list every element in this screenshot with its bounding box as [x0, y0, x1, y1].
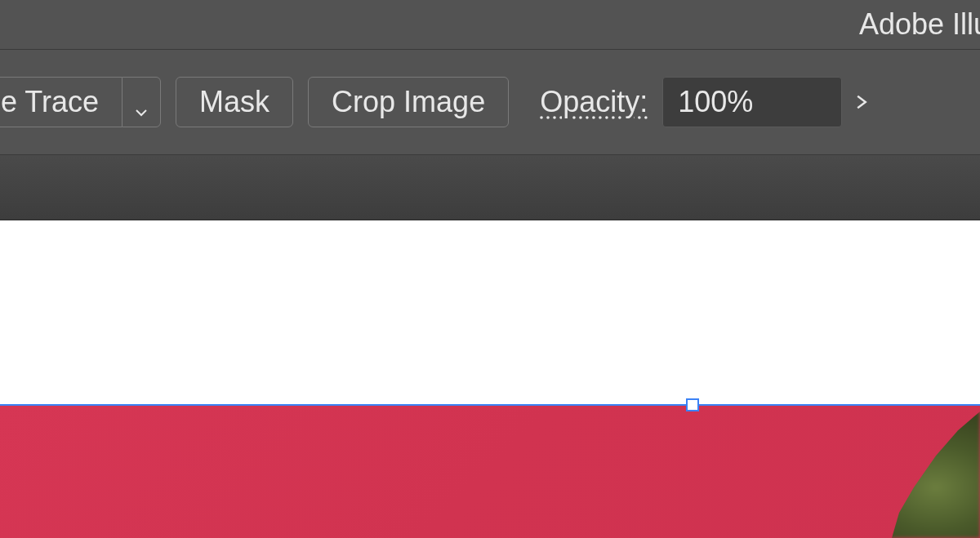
mask-label: Mask	[199, 85, 270, 119]
image-trace-label: e Trace	[1, 85, 99, 119]
crop-image-button[interactable]: Crop Image	[308, 77, 509, 127]
sub-toolbar	[0, 155, 980, 220]
selection-handle[interactable]	[686, 398, 699, 411]
image-trace-button[interactable]: e Trace	[0, 77, 122, 127]
opacity-label[interactable]: Opacity:	[540, 85, 648, 119]
title-bar: Adobe Illust	[0, 0, 980, 49]
selection-edge[interactable]	[0, 404, 980, 406]
chevron-down-icon	[133, 94, 149, 110]
opacity-input[interactable]	[662, 77, 842, 127]
placed-image[interactable]	[0, 405, 980, 538]
app-title: Adobe Illust	[859, 7, 980, 42]
overflow-chevron-icon[interactable]	[852, 85, 871, 119]
control-bar: e Trace Mask Crop Image Opacity:	[0, 49, 980, 155]
mask-button[interactable]: Mask	[176, 77, 293, 127]
image-trace-dropdown[interactable]	[122, 77, 161, 127]
canvas-area[interactable]	[0, 220, 980, 538]
crop-image-label: Crop Image	[332, 85, 485, 119]
